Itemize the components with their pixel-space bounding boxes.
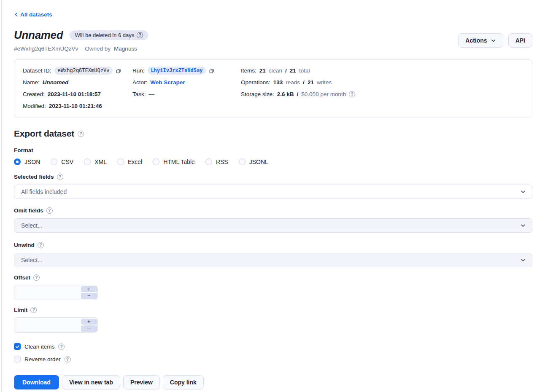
format-radio-html-table[interactable]: HTML Table [153, 158, 195, 165]
help-icon[interactable] [349, 91, 355, 97]
api-button-label: API [515, 37, 525, 44]
header-actions: Actions API [458, 33, 532, 48]
content-pane-divider [1, 0, 2, 392]
clean-items-checkbox-row[interactable]: Clean items [14, 343, 532, 350]
format-radio-json[interactable]: JSON [14, 158, 40, 165]
limit-label: Limit [14, 307, 27, 313]
name-value: Unnamed [43, 79, 69, 86]
increment-button[interactable]: + [81, 319, 97, 325]
help-icon[interactable] [57, 174, 63, 180]
help-icon[interactable] [46, 207, 53, 214]
chevron-down-icon [520, 223, 526, 228]
chevron-down-icon [520, 189, 526, 195]
actor-link[interactable]: Web Scraper [150, 79, 185, 86]
actions-button[interactable]: Actions [458, 33, 503, 48]
items-total-suffix: total [299, 67, 310, 74]
actions-button-label: Actions [465, 37, 487, 44]
storage-separator: / [297, 91, 299, 97]
format-radio-group: JSON CSV XML Excel HTML Table RSS JSONL [14, 158, 532, 165]
copy-link-button[interactable]: Copy link [163, 375, 204, 389]
dataset-detail-page: All datasets Unnamed Will be deleted in … [0, 0, 545, 389]
reads-suffix: reads [286, 79, 300, 86]
radio-label: HTML Table [163, 158, 195, 165]
copy-icon[interactable] [209, 68, 215, 74]
reverse-order-checkbox-row[interactable]: Reverse order [14, 356, 532, 362]
radio-label: JSONL [249, 158, 268, 165]
task-value: — [149, 91, 155, 97]
offset-field-wrap: + − [14, 285, 98, 300]
format-radio-csv[interactable]: CSV [51, 158, 73, 165]
omit-fields-placeholder: Select... [21, 222, 43, 229]
radio-icon [239, 158, 246, 165]
help-icon[interactable] [33, 274, 40, 281]
decrement-button[interactable]: − [81, 293, 97, 299]
format-radio-jsonl[interactable]: JSONL [239, 158, 268, 165]
help-icon[interactable] [78, 131, 84, 137]
help-icon[interactable] [58, 344, 65, 350]
dataset-id-value: eWxhg2q6TEXmUQzVv [54, 67, 113, 75]
operations-separator: / [303, 79, 305, 86]
items-total-count: 21 [290, 67, 296, 74]
storage-size-value: 2.6 kB [277, 91, 294, 97]
help-icon[interactable] [38, 242, 44, 248]
preview-button[interactable]: Preview [123, 375, 160, 389]
selected-fields-dropdown[interactable]: All fields included [14, 185, 532, 199]
limit-steppers: + − [81, 319, 97, 332]
dataset-hash: #eWxhg2q6TEXmUQzVv [14, 46, 78, 52]
omit-fields-dropdown[interactable]: Select... [14, 218, 532, 233]
items-label: Items: [241, 67, 256, 74]
writes-count: 21 [308, 79, 314, 86]
chevron-down-icon [491, 38, 496, 43]
selected-fields-value: All fields included [21, 188, 67, 195]
unwind-label: Unwind [14, 242, 35, 248]
export-dataset-heading: Export dataset [14, 129, 74, 139]
clean-items-label: Clean items [24, 344, 54, 350]
operations-label: Operations: [241, 79, 270, 86]
radio-label: CSV [61, 158, 73, 165]
decrement-button[interactable]: − [81, 325, 97, 332]
radio-icon [117, 158, 124, 165]
help-icon[interactable] [137, 32, 143, 38]
api-button[interactable]: API [508, 33, 532, 48]
created-label: Created: [23, 91, 45, 97]
help-icon[interactable] [65, 356, 71, 362]
deletion-badge: Will be deleted in 6 days [70, 30, 148, 40]
copy-icon[interactable] [116, 68, 121, 74]
offset-label: Offset [14, 274, 30, 281]
view-in-new-tab-button[interactable]: View in new tab [62, 375, 120, 389]
unwind-placeholder: Select... [21, 257, 43, 263]
modified-value: 2023-11-10 01:21:46 [49, 103, 102, 109]
run-id-link[interactable]: LhyiIvJrxZTnHd5ay [148, 67, 206, 75]
limit-field-wrap: + − [14, 317, 98, 333]
page-title: Unnamed [14, 29, 63, 42]
selected-fields-label: Selected fields [14, 174, 54, 180]
items-separator: / [285, 67, 287, 74]
download-button[interactable]: Download [14, 375, 59, 389]
radio-label: RSS [216, 158, 228, 165]
modified-label: Modified: [23, 103, 46, 109]
task-label: Task: [132, 91, 146, 97]
dataset-id-label: Dataset ID: [23, 67, 51, 74]
storage-size-label: Storage size: [241, 91, 274, 97]
format-radio-excel[interactable]: Excel [117, 158, 142, 165]
items-clean-count: 21 [259, 67, 266, 74]
format-radio-xml[interactable]: XML [84, 158, 107, 165]
back-to-all-datasets-link[interactable]: All datasets [14, 11, 52, 18]
chevron-down-icon [520, 257, 526, 263]
created-value: 2023-11-10 01:18:57 [48, 91, 101, 97]
back-link-label: All datasets [20, 11, 52, 18]
radio-icon [84, 158, 91, 165]
name-label: Name: [23, 79, 40, 86]
radio-icon [51, 158, 57, 165]
chevron-left-icon [14, 12, 19, 17]
format-radio-rss[interactable]: RSS [205, 158, 228, 165]
storage-cost: $0.000 per month [301, 91, 346, 97]
radio-icon [153, 158, 159, 165]
owned-by-label: Owned by [85, 46, 111, 52]
reverse-order-label: Reverse order [24, 356, 61, 362]
help-icon[interactable] [30, 307, 37, 313]
export-actions: Download View in new tab Preview Copy li… [14, 375, 532, 389]
unwind-dropdown[interactable]: Select... [14, 253, 532, 267]
increment-button[interactable]: + [81, 286, 97, 293]
run-label: Run: [132, 67, 145, 74]
